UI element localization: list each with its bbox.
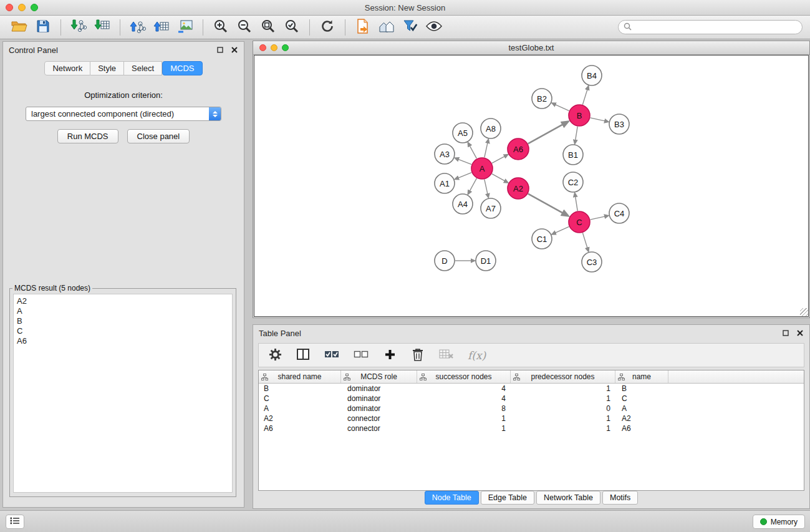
memory-button[interactable]: Memory — [753, 515, 805, 529]
table-settings-button[interactable] — [268, 346, 282, 365]
column-header-successor-nodes[interactable]: successor nodes — [417, 370, 511, 383]
graph-edge-C-C4[interactable] — [591, 216, 605, 220]
table-row[interactable]: Cdominator41C — [259, 394, 804, 404]
table-panel-close-button[interactable] — [796, 329, 804, 337]
table-row[interactable]: A2connector11A2 — [259, 414, 804, 423]
table-row[interactable]: Bdominator41B — [259, 384, 804, 394]
result-item[interactable]: A — [17, 306, 229, 316]
table-cell: A2 — [615, 414, 668, 423]
tab-node-table[interactable]: Node Table — [425, 491, 479, 505]
export-table-button[interactable] — [150, 17, 173, 37]
tab-motifs[interactable]: Motifs — [602, 491, 638, 505]
column-header-mcds-role[interactable]: MCDS role — [341, 370, 417, 383]
show-panels-button[interactable] — [6, 515, 24, 529]
create-column-button[interactable] — [382, 346, 397, 365]
home-button[interactable] — [375, 17, 398, 37]
graph-edge-C-C2[interactable] — [576, 197, 578, 211]
tab-network-table[interactable]: Network Table — [536, 491, 600, 505]
filter-apply-button[interactable] — [398, 17, 422, 37]
graph-node-label: A5 — [458, 128, 468, 138]
zoom-selected-button[interactable] — [280, 17, 304, 37]
deselect-all-button[interactable] — [353, 346, 369, 365]
graph-node-label: B4 — [587, 71, 597, 80]
graph-edge-A-A2[interactable] — [492, 174, 504, 181]
show-columns-button[interactable] — [296, 346, 311, 365]
close-window-button[interactable] — [6, 4, 13, 11]
column-header-shared-name[interactable]: shared name — [259, 370, 341, 383]
run-mcds-button[interactable]: Run MCDS — [57, 129, 118, 143]
select-all-button[interactable] — [324, 346, 340, 365]
search-input[interactable] — [635, 22, 797, 32]
result-item[interactable]: B — [17, 316, 229, 326]
search-box[interactable] — [618, 20, 803, 34]
zoom-out-button[interactable] — [233, 17, 256, 37]
minimize-window-button[interactable] — [18, 4, 26, 11]
save-button[interactable] — [31, 17, 55, 37]
graph-edge-A-A7[interactable] — [485, 180, 488, 194]
float-panel-button[interactable] — [216, 46, 224, 54]
graph-edge-A-A4[interactable] — [470, 178, 476, 191]
delete-table-button[interactable] — [438, 346, 455, 365]
table-cell: connector — [341, 414, 417, 423]
control-panel-close-button[interactable] — [230, 46, 238, 54]
graph-edge-A-A5[interactable] — [470, 146, 476, 158]
list-icon — [10, 517, 20, 526]
network-canvas[interactable]: B4B2BB3A8A5A6B1A3AC2A1A2A4A7C4CC1C3DD1 — [254, 55, 809, 317]
zoom-in-button[interactable] — [209, 17, 233, 37]
graph-edge-A6-B[interactable] — [528, 125, 562, 143]
refresh-button[interactable] — [316, 17, 339, 37]
network-maximize-button[interactable] — [282, 44, 289, 51]
function-builder-button[interactable]: f(x) — [468, 349, 486, 362]
resize-grip-icon[interactable] — [800, 308, 808, 316]
save-icon — [36, 19, 50, 35]
graph-edge-A-A1[interactable] — [458, 173, 471, 178]
criterion-dropdown[interactable]: largest connected component (directed) — [26, 107, 221, 121]
graph-edge-B-B2[interactable] — [556, 105, 569, 111]
network-close-button[interactable] — [259, 44, 266, 51]
table-float-panel-button[interactable] — [781, 329, 789, 337]
graph-edge-A-A3[interactable] — [458, 160, 471, 165]
memory-label: Memory — [771, 518, 798, 526]
filter-apply-icon — [403, 19, 418, 35]
toolbar-separator — [120, 19, 120, 36]
column-header-predecessor-nodes[interactable]: predecessor nodes — [511, 370, 615, 383]
table-row[interactable]: A6connector11A6 — [259, 423, 804, 433]
table-row[interactable]: Adominator80A — [259, 404, 804, 414]
table-cell: C — [259, 394, 341, 404]
maximize-window-button[interactable] — [31, 4, 38, 11]
graph-edge-A-A8[interactable] — [485, 143, 488, 157]
network-graph[interactable]: B4B2BB3A8A5A6B1A3AC2A1A2A4A7C4CC1C3DD1 — [254, 56, 809, 317]
tab-style[interactable]: Style — [90, 61, 124, 75]
export-image-button[interactable] — [173, 17, 197, 37]
open-folder-button[interactable] — [7, 17, 31, 37]
import-network-button[interactable] — [67, 17, 90, 37]
graph-edge-C-C1[interactable] — [556, 226, 569, 233]
control-panel: Control Panel NetworkStyleSelectMCDS Opt… — [2, 41, 244, 508]
tab-select[interactable]: Select — [124, 61, 162, 75]
graph-edge-B-B3[interactable] — [591, 118, 605, 121]
export-document-button[interactable] — [351, 17, 375, 37]
graph-edge-A-A6[interactable] — [492, 157, 504, 163]
graph-node-label: D — [441, 256, 447, 266]
import-table-button[interactable] — [90, 17, 114, 37]
column-header-name[interactable]: name — [615, 370, 668, 383]
zoom-fit-button[interactable] — [256, 17, 280, 37]
graph-edge-A2-C[interactable] — [528, 194, 562, 213]
tab-edge-table[interactable]: Edge Table — [481, 491, 534, 505]
tab-network[interactable]: Network — [44, 61, 90, 75]
graph-node-label: D1 — [481, 256, 491, 266]
result-item[interactable]: A6 — [17, 336, 229, 346]
result-item[interactable]: A2 — [17, 296, 229, 306]
graph-edge-B-B4[interactable] — [582, 90, 587, 105]
show-hide-button[interactable] — [422, 17, 446, 37]
network-minimize-button[interactable] — [271, 44, 277, 51]
export-network-button[interactable] — [126, 17, 150, 37]
result-item[interactable]: C — [17, 326, 229, 336]
mcds-result-list: A2ABCA6 — [13, 294, 233, 493]
graph-edge-C-C3[interactable] — [582, 233, 587, 248]
graph-edge-B-B1[interactable] — [576, 127, 577, 140]
tab-mcds[interactable]: MCDS — [162, 61, 202, 75]
graph-node-label: C1 — [537, 235, 547, 244]
delete-column-button[interactable] — [410, 346, 425, 365]
close-panel-button[interactable]: Close panel — [127, 129, 190, 143]
